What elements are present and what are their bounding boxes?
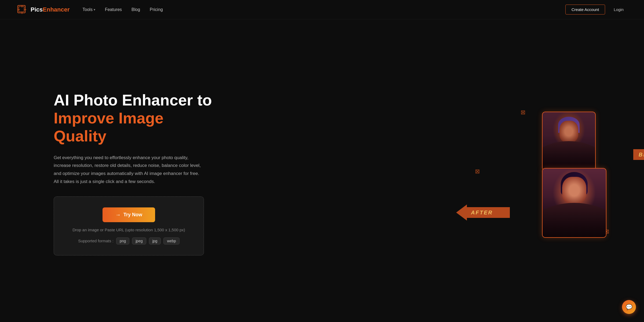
nav-links: Tools ▾ Features Blog Pricing <box>83 7 163 12</box>
brand-name: PicsEnhancer <box>31 6 70 13</box>
logo[interactable]: PicsEnhancer <box>16 4 70 16</box>
svg-rect-1 <box>19 6 24 12</box>
nav-tools[interactable]: Tools ▾ <box>83 7 95 12</box>
crosshair-icon-top: ⊠ <box>521 109 525 116</box>
before-image-card <box>542 112 596 171</box>
format-png: png <box>116 237 129 244</box>
nav-features[interactable]: Features <box>105 7 122 12</box>
nav-actions: Create Account Login <box>565 5 628 14</box>
nav-blog[interactable]: Blog <box>131 7 140 12</box>
try-now-label: Try Now <box>123 212 142 218</box>
format-webp: webp <box>163 237 179 244</box>
after-arrow-shape: AFTER <box>456 204 510 221</box>
crosshair-icon-middle: ⊠ <box>475 168 480 175</box>
svg-text:AFTER: AFTER <box>471 210 493 215</box>
after-image-card <box>542 168 606 238</box>
format-jpeg: jpeg <box>132 237 146 244</box>
formats-label: Supported formats : <box>78 239 114 243</box>
upload-hint-text: Drop an image or Paste URL (upto resolut… <box>72 228 185 232</box>
after-overlay <box>543 169 606 237</box>
after-person-visual <box>543 169 606 237</box>
before-person-visual <box>543 112 595 170</box>
try-now-button[interactable]: → Try Now <box>103 207 155 222</box>
svg-text:BEFORE: BEFORE <box>639 152 644 158</box>
before-arrow-shape: BEFORE <box>633 147 644 163</box>
before-overlay <box>543 112 595 170</box>
hero-section: AI Photo Enhancer to Improve Image Quali… <box>0 19 644 322</box>
arrow-right-icon: → <box>115 212 121 218</box>
after-arrow: AFTER <box>456 204 510 222</box>
chat-button[interactable]: 💬 <box>622 300 636 314</box>
nav-pricing[interactable]: Pricing <box>150 7 163 12</box>
hero-content: AI Photo Enhancer to Improve Image Quali… <box>54 91 220 255</box>
chat-icon: 💬 <box>626 304 632 310</box>
chevron-down-icon: ▾ <box>94 8 95 12</box>
formats-row: Supported formats : png jpeg jpg webp <box>78 237 180 244</box>
logo-icon <box>16 4 28 16</box>
hero-title: AI Photo Enhancer to Improve Image Quali… <box>54 91 220 145</box>
hero-description: Get everything you need to effortlessly … <box>54 154 204 186</box>
hero-title-line2: Improve Image Quality <box>54 109 163 145</box>
format-jpg: jpg <box>149 237 161 244</box>
create-account-button[interactable]: Create Account <box>565 5 605 14</box>
login-button[interactable]: Login <box>609 5 628 14</box>
hero-visual: ⊠ ⊠ ⊠ BEFORE <box>472 104 612 243</box>
navbar: PicsEnhancer Tools ▾ Features Blog <box>0 0 644 19</box>
hero-title-line1: AI Photo Enhancer to <box>54 91 212 109</box>
upload-dropzone[interactable]: → Try Now Drop an image or Paste URL (up… <box>54 196 204 255</box>
